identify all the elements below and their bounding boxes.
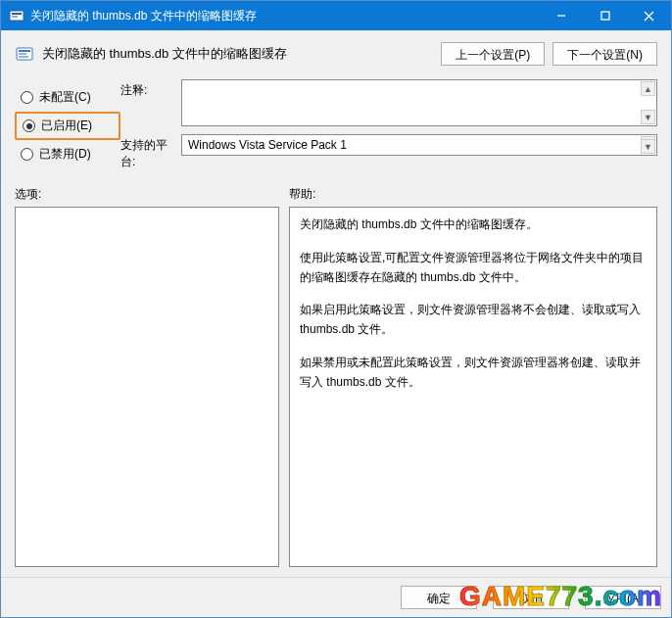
help-panel[interactable]: 关闭隐藏的 thumbs.db 文件中的缩略图缓存。 使用此策略设置,可配置文件… — [289, 207, 657, 567]
help-paragraph: 使用此策略设置,可配置文件资源管理器将位于网络文件夹中的项目的缩略图缓存在隐藏的… — [300, 249, 647, 288]
radio-disabled[interactable]: 已禁用(D) — [15, 142, 120, 166]
scroll-down-icon[interactable]: ▼ — [641, 110, 655, 124]
platform-value: Windows Vista Service Pack 1 — [188, 138, 347, 152]
next-setting-button[interactable]: 下一个设置(N) — [552, 42, 657, 66]
policy-icon — [15, 44, 34, 64]
help-paragraph: 如果禁用或未配置此策略设置，则文件资源管理器将创建、读取并写入 thumbs.d… — [300, 354, 647, 393]
svg-rect-9 — [19, 53, 26, 55]
apply-button[interactable]: 应用(A) — [585, 586, 661, 609]
state-radio-group: 未配置(C) 已启用(E) 已禁用(D) — [15, 79, 120, 170]
scroll-down-icon[interactable]: ▼ — [641, 139, 655, 154]
header-row: 关闭隐藏的 thumbs.db 文件中的缩略图缓存 上一个设置(P) 下一个设置… — [15, 42, 657, 66]
content-area: 关闭隐藏的 thumbs.db 文件中的缩略图缓存 上一个设置(P) 下一个设置… — [1, 30, 671, 577]
close-button[interactable] — [627, 1, 671, 30]
policy-title: 关闭隐藏的 thumbs.db 文件中的缩略图缓存 — [42, 45, 433, 63]
platform-label: 支持的平台: — [120, 134, 181, 170]
window-title: 关闭隐藏的 thumbs.db 文件中的缩略图缓存 — [30, 8, 539, 24]
dialog-footer: 确定 取消 应用(A) — [1, 577, 671, 617]
radio-label: 已启用(E) — [41, 118, 92, 134]
maximize-button[interactable] — [583, 1, 627, 30]
policy-editor-window: 关闭隐藏的 thumbs.db 文件中的缩略图缓存 — [0, 0, 672, 618]
radio-label: 未配置(C) — [39, 89, 91, 106]
radio-icon — [21, 148, 33, 161]
fields-column: 注释: ▲ ▼ 支持的平台: Windows Vista Service Pac… — [120, 79, 657, 170]
radio-icon — [23, 119, 35, 132]
titlebar: 关闭隐藏的 thumbs.db 文件中的缩略图缓存 — [1, 1, 671, 30]
scroll-up-icon[interactable]: ▲ — [641, 81, 655, 96]
help-paragraph: 关闭隐藏的 thumbs.db 文件中的缩略图缓存。 — [300, 215, 647, 235]
app-icon — [9, 8, 24, 24]
lower-panels: 关闭隐藏的 thumbs.db 文件中的缩略图缓存。 使用此策略设置,可配置文件… — [15, 207, 657, 567]
ok-button[interactable]: 确定 — [401, 586, 477, 609]
svg-rect-4 — [601, 12, 609, 20]
section-labels: 选项: 帮助: — [15, 186, 657, 203]
cancel-button[interactable]: 取消 — [493, 586, 569, 609]
config-grid: 未配置(C) 已启用(E) 已禁用(D) 注释: ▲ ▼ — [15, 79, 657, 170]
comment-textbox[interactable]: ▲ ▼ — [181, 79, 657, 126]
minimize-button[interactable] — [539, 1, 583, 30]
svg-rect-10 — [19, 56, 28, 58]
svg-rect-8 — [19, 50, 30, 52]
radio-not-configured[interactable]: 未配置(C) — [15, 85, 120, 110]
radio-icon — [21, 91, 33, 104]
radio-enabled[interactable]: 已启用(E) — [15, 112, 120, 140]
platform-row: 支持的平台: Windows Vista Service Pack 1 ▲ ▼ — [120, 134, 657, 170]
options-panel[interactable] — [15, 207, 279, 567]
help-label: 帮助: — [289, 186, 657, 203]
svg-rect-1 — [12, 13, 22, 15]
svg-rect-2 — [12, 16, 18, 18]
comment-row: 注释: ▲ ▼ — [120, 79, 657, 126]
radio-label: 已禁用(D) — [39, 146, 91, 163]
window-buttons — [539, 1, 671, 30]
previous-setting-button[interactable]: 上一个设置(P) — [441, 42, 545, 66]
options-label: 选项: — [15, 186, 289, 203]
comment-label: 注释: — [120, 79, 181, 99]
platform-textbox: Windows Vista Service Pack 1 ▲ ▼ — [181, 134, 657, 156]
help-paragraph: 如果启用此策略设置，则文件资源管理器将不会创建、读取或写入 thumbs.db … — [300, 301, 647, 340]
